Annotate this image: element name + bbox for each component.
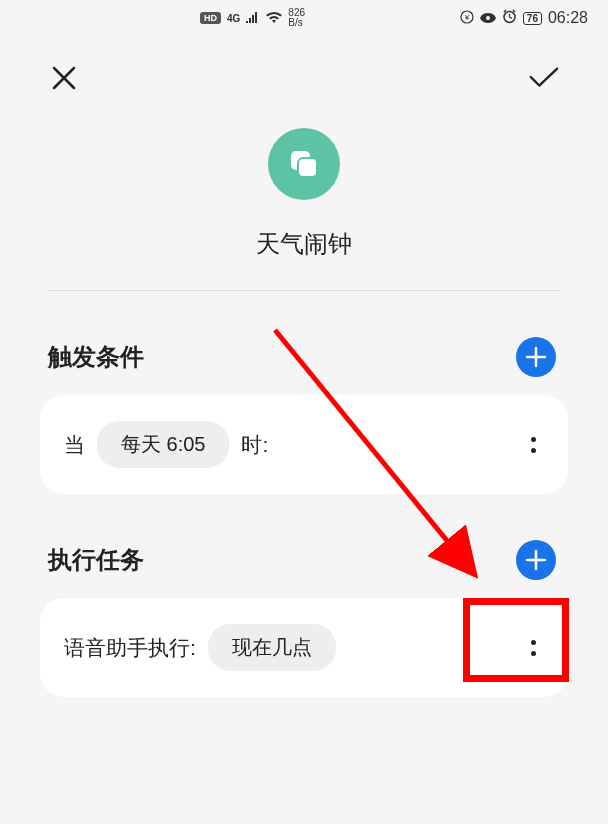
dot-icon xyxy=(531,640,536,645)
task-menu-button[interactable] xyxy=(523,632,544,664)
status-bar: HD 4G 826 B/s ¥ 76 06:28 xyxy=(0,0,608,32)
hd-badge: HD xyxy=(200,12,221,24)
task-title: 执行任务 xyxy=(48,544,144,576)
copy-icon xyxy=(286,146,322,182)
dot-icon xyxy=(531,448,536,453)
task-card: 语音助手执行: 现在几点 xyxy=(40,598,568,697)
dot-icon xyxy=(531,651,536,656)
header-actions xyxy=(0,32,608,114)
svg-rect-5 xyxy=(298,158,317,177)
eye-icon xyxy=(480,10,496,26)
trigger-section: 触发条件 当 每天 6:05 时: xyxy=(0,291,608,494)
trigger-card: 当 每天 6:05 时: xyxy=(40,395,568,494)
trigger-title: 触发条件 xyxy=(48,341,144,373)
task-section: 执行任务 语音助手执行: 现在几点 xyxy=(0,494,608,697)
svg-text:¥: ¥ xyxy=(464,13,470,22)
close-button[interactable] xyxy=(48,62,80,94)
trigger-prefix: 当 xyxy=(64,431,85,459)
plus-icon xyxy=(525,346,547,368)
battery-indicator: 76 xyxy=(523,12,542,25)
svg-point-2 xyxy=(486,16,490,20)
alarm-icon xyxy=(502,9,517,27)
signal-icon xyxy=(246,10,260,26)
confirm-button[interactable] xyxy=(528,62,560,94)
app-title: 天气闹钟 xyxy=(256,228,352,280)
dot-icon xyxy=(531,437,536,442)
task-prefix: 语音助手执行: xyxy=(64,634,196,662)
check-icon xyxy=(528,65,560,91)
close-icon xyxy=(51,65,77,91)
app-icon[interactable] xyxy=(268,128,340,200)
trigger-suffix: 时: xyxy=(241,431,268,459)
status-left: HD 4G 826 B/s xyxy=(200,8,305,28)
trigger-menu-button[interactable] xyxy=(523,429,544,461)
app-header: 天气闹钟 xyxy=(0,114,608,290)
network-speed: 826 B/s xyxy=(288,8,305,28)
network-type: 4G xyxy=(227,13,240,24)
wifi-icon xyxy=(266,10,282,26)
trigger-section-header: 触发条件 xyxy=(40,291,568,395)
add-task-button[interactable] xyxy=(516,540,556,580)
clock: 06:28 xyxy=(548,9,588,27)
task-section-header: 执行任务 xyxy=(40,494,568,598)
task-value-pill[interactable]: 现在几点 xyxy=(208,624,336,671)
location-icon: ¥ xyxy=(460,10,474,27)
status-right: ¥ 76 06:28 xyxy=(460,9,588,27)
trigger-value-pill[interactable]: 每天 6:05 xyxy=(97,421,229,468)
add-trigger-button[interactable] xyxy=(516,337,556,377)
plus-icon xyxy=(525,549,547,571)
